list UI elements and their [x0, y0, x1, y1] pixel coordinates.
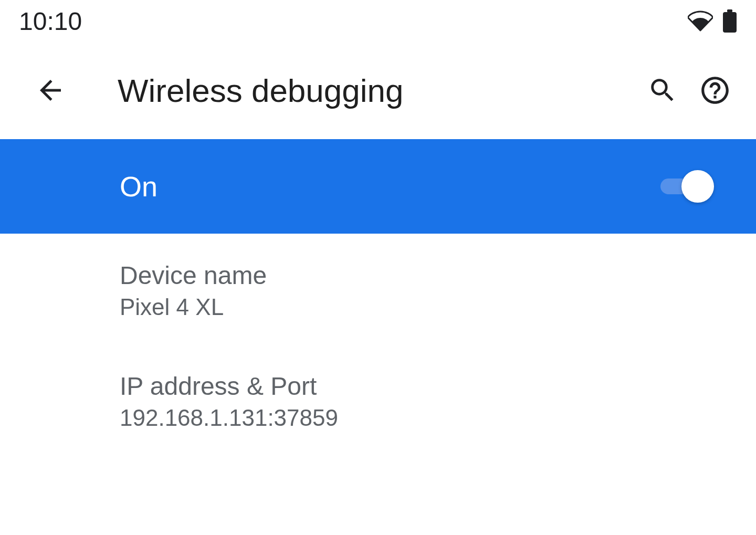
content: Device name Pixel 4 XL IP address & Port…: [0, 234, 756, 458]
search-icon: [647, 75, 678, 106]
pref-summary: 192.168.1.131:37859: [120, 405, 724, 431]
pref-title: Device name: [120, 261, 724, 290]
master-switch-banner[interactable]: On: [0, 139, 756, 234]
svg-rect-0: [727, 9, 732, 12]
help-icon: [699, 74, 731, 107]
status-time: 10:10: [19, 7, 82, 36]
pref-ip-port[interactable]: IP address & Port 192.168.1.131:37859: [120, 348, 724, 458]
arrow-left-icon: [35, 75, 66, 106]
pref-summary: Pixel 4 XL: [120, 294, 724, 320]
pref-title: IP address & Port: [120, 372, 724, 401]
svg-rect-1: [723, 12, 737, 33]
back-button[interactable]: [29, 69, 71, 111]
help-button[interactable]: [689, 64, 741, 117]
master-switch-label: On: [120, 170, 660, 203]
app-bar: Wireless debugging: [0, 42, 756, 139]
switch-thumb: [681, 170, 714, 203]
battery-icon: [722, 9, 737, 33]
page-title: Wireless debugging: [118, 72, 636, 109]
status-icons: [688, 9, 737, 33]
search-button[interactable]: [636, 64, 689, 117]
pref-device-name[interactable]: Device name Pixel 4 XL: [120, 234, 724, 348]
wifi-icon: [688, 11, 713, 32]
master-switch-toggle[interactable]: [660, 170, 714, 203]
status-bar: 10:10: [0, 0, 756, 42]
